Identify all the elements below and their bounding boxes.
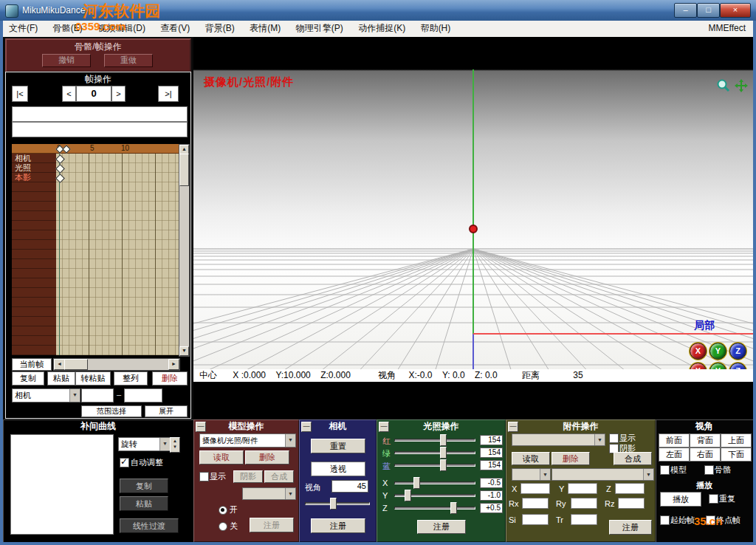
curve-spinner[interactable]: ▲▼ (170, 437, 180, 453)
horizontal-scroll-thumb[interactable] (64, 359, 88, 370)
menu-item-view[interactable]: 查看(V) (154, 21, 196, 36)
align-button[interactable]: 整列 (114, 371, 148, 385)
menu-item-help[interactable]: 帮助(H) (415, 21, 457, 36)
delete-button[interactable]: 删除 (152, 371, 188, 385)
vertical-scroll-thumb[interactable] (179, 154, 189, 186)
light-blue-thumb[interactable] (440, 459, 447, 471)
camera-register-button[interactable]: 注册 (311, 518, 365, 533)
accessory-load-button[interactable]: 读取 (512, 452, 550, 465)
physics-on-radio[interactable] (219, 506, 227, 515)
timeline-vertical-scrollbar[interactable]: ▲ ▼ (179, 144, 190, 357)
scroll-left-icon[interactable]: ◄ (54, 359, 65, 370)
light-z-slider[interactable] (394, 502, 475, 513)
follow-bone-checkbox[interactable] (704, 465, 714, 475)
menu-item-physics[interactable]: 物理引擎(P) (290, 21, 349, 36)
menu-item-file[interactable]: 文件(F) (3, 21, 44, 36)
timeline-grid[interactable] (56, 154, 179, 355)
light-y-thumb[interactable] (405, 490, 411, 501)
view-bottom-button[interactable]: 下面 (721, 448, 752, 462)
curve-paste-button[interactable]: 粘贴 (120, 496, 168, 511)
light-blue-slider[interactable] (394, 459, 475, 470)
current-frame-button[interactable]: 当前帧 (12, 358, 52, 371)
accessory-ry-input[interactable] (571, 498, 597, 509)
light-red-thumb[interactable] (440, 434, 447, 446)
maximize-button[interactable]: □ (697, 3, 720, 18)
light-green-thumb[interactable] (440, 447, 447, 459)
copy-button[interactable]: 复制 (12, 371, 44, 385)
expand-button[interactable]: 展开 (145, 405, 188, 417)
accessory-frame-dropdown[interactable] (512, 468, 551, 481)
fov-slider-track[interactable] (305, 502, 370, 505)
keyframe-camera[interactable] (55, 154, 65, 164)
menu-item-mmeffect[interactable]: MMEffect (709, 21, 746, 36)
model-merge-button[interactable]: 合成 (264, 470, 294, 483)
curve-editor[interactable] (10, 434, 114, 535)
range-end-input[interactable] (124, 388, 162, 402)
paste-button[interactable]: 粘贴 (47, 371, 75, 385)
close-button[interactable]: × (720, 3, 751, 18)
rotate-paste-button[interactable]: 转粘贴 (75, 371, 111, 385)
accessory-show-checkbox[interactable] (609, 433, 619, 443)
view-back-button[interactable]: 背面 (690, 433, 721, 448)
light-red-slider[interactable] (394, 434, 475, 445)
accessory-register-button[interactable]: 注册 (609, 520, 652, 535)
range-select-button[interactable]: 范围选择 (81, 405, 142, 417)
fov-slider-thumb[interactable] (330, 498, 337, 510)
accessory-x-input[interactable] (520, 483, 550, 494)
timeline-ruler[interactable]: 0 5 10 (12, 144, 179, 154)
redo-button[interactable]: 重做 (104, 54, 153, 67)
prev-frame-button[interactable]: < (62, 86, 76, 102)
bone-list[interactable] (12, 106, 188, 122)
accessory-rx-input[interactable] (522, 498, 549, 509)
camera-reset-button[interactable]: 重置 (311, 439, 365, 453)
repeat-checkbox[interactable] (709, 494, 718, 504)
light-z-thumb[interactable] (450, 502, 457, 514)
model-show-checkbox[interactable] (199, 472, 209, 481)
start-frame-checkbox[interactable] (660, 515, 670, 525)
accessory-delete-button[interactable]: 删除 (551, 452, 590, 465)
light-blue-value[interactable]: 154 (480, 460, 503, 470)
model-register-button[interactable]: 注册 (250, 518, 294, 532)
view-right-button[interactable]: 右面 (690, 448, 721, 462)
accessory-merge-button[interactable]: 合成 (614, 452, 652, 465)
timeline-row-light[interactable]: 光照 (15, 163, 31, 173)
accessory-si-input[interactable] (522, 514, 549, 525)
auto-adjust-checkbox[interactable] (120, 458, 129, 467)
local-mode-toggle[interactable]: 局部 (694, 319, 715, 332)
perspective-toggle-button[interactable]: 透视 (311, 462, 365, 476)
model-delete-button[interactable]: 删除 (245, 450, 289, 465)
menu-item-background[interactable]: 背景(B) (199, 21, 241, 36)
model-load-button[interactable]: 读取 (199, 450, 244, 465)
menu-item-motion-capture[interactable]: 动作捕捉(K) (352, 21, 411, 36)
light-red-value[interactable]: 154 (480, 435, 503, 445)
first-frame-button[interactable]: |< (12, 86, 28, 102)
zoom-icon[interactable] (716, 78, 731, 93)
undo-button[interactable]: 撤销 (42, 54, 91, 67)
curve-type-dropdown[interactable]: 旋转 (118, 437, 171, 451)
target-select-dropdown[interactable]: 相机 (12, 388, 80, 402)
scroll-right-icon[interactable]: ► (168, 359, 179, 370)
physics-off-radio[interactable] (219, 522, 227, 531)
view-front-button[interactable]: 前面 (659, 433, 690, 448)
keyframe-shadow[interactable] (55, 174, 65, 183)
accessory-tr-input[interactable] (571, 514, 597, 525)
light-z-value[interactable]: +0.5 (480, 503, 503, 513)
light-x-thumb[interactable] (413, 477, 420, 489)
view-top-button[interactable]: 上面 (721, 433, 752, 448)
light-green-slider[interactable] (394, 447, 475, 457)
last-frame-button[interactable]: >| (158, 86, 179, 102)
axis-z-rotate-button[interactable]: Z (729, 343, 746, 360)
light-y-slider[interactable] (394, 490, 475, 500)
scroll-down-icon[interactable]: ▼ (179, 346, 189, 356)
play-button[interactable]: 播放 (660, 492, 701, 507)
curve-copy-button[interactable]: 复制 (120, 479, 168, 493)
light-x-value[interactable]: -0.5 (480, 478, 503, 488)
fov-slider[interactable] (305, 498, 370, 508)
accessory-rz-input[interactable] (618, 498, 645, 509)
menu-item-expression[interactable]: 表情(M) (244, 21, 286, 36)
minimize-button[interactable]: – (674, 3, 697, 18)
light-green-value[interactable]: 154 (480, 448, 503, 458)
follow-model-checkbox[interactable] (660, 465, 670, 475)
model-shadow-button[interactable]: 阴影 (233, 470, 263, 483)
linear-transition-button[interactable]: 线性过渡 (120, 518, 179, 533)
